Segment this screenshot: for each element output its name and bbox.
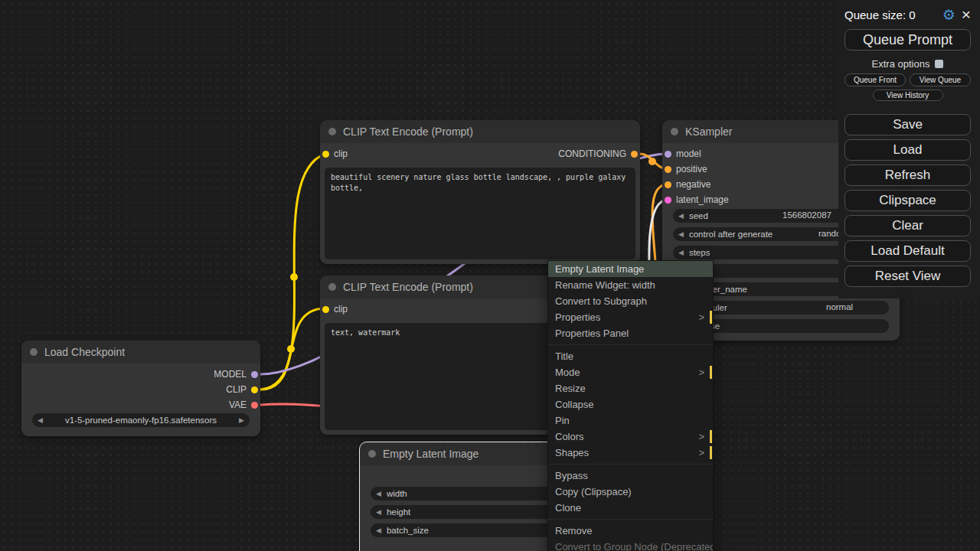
- output-slot-vae[interactable]: VAE: [229, 399, 258, 410]
- menu-item-bypass[interactable]: Bypass: [548, 468, 713, 484]
- menu-item-mode[interactable]: Mode >: [548, 364, 713, 380]
- queue-prompt-button[interactable]: Queue Prompt: [844, 29, 971, 51]
- increment-arrow-icon[interactable]: ▶: [239, 416, 244, 424]
- node-title: CLIP Text Encode (Prompt): [343, 126, 473, 138]
- decrement-arrow-icon[interactable]: ◀: [678, 249, 684, 256]
- ckpt-name-widget[interactable]: ◀ v1-5-pruned-emaonly-fp16.safetensors ▶: [32, 413, 250, 427]
- menu-item-title[interactable]: Title: [548, 348, 713, 364]
- menu-item-convert-to-group-node[interactable]: Convert to Group Node (Deprecated): [548, 539, 713, 551]
- vae-slot-icon[interactable]: [251, 402, 258, 409]
- menu-item-pin[interactable]: Pin: [548, 412, 713, 429]
- collapse-dot-icon[interactable]: [671, 128, 678, 135]
- model-slot-icon[interactable]: [665, 151, 671, 158]
- input-slot-clip[interactable]: clip: [322, 148, 348, 159]
- clip-slot-icon[interactable]: [322, 306, 329, 313]
- input-slot-model[interactable]: model: [665, 148, 701, 159]
- menu-item-remove[interactable]: Remove: [548, 523, 713, 539]
- conditioning-slot-icon[interactable]: [665, 166, 671, 173]
- slot-label: clip: [334, 304, 348, 315]
- input-slot-latent-image[interactable]: latent_image: [665, 194, 729, 205]
- menu-item-shapes[interactable]: Shapes >: [548, 445, 713, 461]
- view-history-button[interactable]: View History: [873, 90, 943, 101]
- view-queue-button[interactable]: View Queue: [910, 73, 971, 86]
- clip-slot-icon[interactable]: [322, 151, 329, 158]
- node-title: Load Checkpoint: [44, 346, 125, 358]
- link-dot-cond-1: [648, 158, 656, 165]
- model-slot-icon[interactable]: [251, 371, 258, 378]
- submenu-marker-icon: [710, 311, 712, 324]
- slot-label: VAE: [229, 399, 247, 410]
- menu-item-clone[interactable]: Clone: [548, 500, 713, 516]
- comfy-menu-panel: Queue size: 0 ⚙ × Queue Prompt Extra opt…: [838, 0, 980, 298]
- output-slot-model[interactable]: MODEL: [214, 369, 258, 380]
- submenu-arrow-icon: >: [698, 445, 704, 461]
- menu-item-copy-clipspace[interactable]: Copy (Clipspace): [548, 484, 713, 500]
- output-slot-conditioning[interactable]: CONDITIONING: [558, 148, 638, 159]
- clipspace-button[interactable]: Clipspace: [844, 190, 971, 211]
- node-load-checkpoint[interactable]: Load Checkpoint MODEL CLIP VAE ◀ v1-5-pr…: [21, 341, 260, 436]
- submenu-arrow-icon: >: [698, 309, 704, 325]
- menu-item-properties-panel[interactable]: Properties Panel: [548, 325, 713, 341]
- input-slot-negative[interactable]: negative: [665, 179, 710, 190]
- node-graph-canvas[interactable]: CLIP Text Encode (Prompt) clip CONDITION…: [0, 0, 980, 551]
- extra-options-label: Extra options: [872, 58, 930, 70]
- link-dot-clip-2: [287, 345, 295, 353]
- collapse-dot-icon[interactable]: [328, 128, 336, 135]
- wire-clip-negative: [260, 308, 325, 390]
- submenu-marker-icon: [710, 430, 712, 443]
- menu-item-rename-widget[interactable]: Rename Widget: width: [548, 277, 713, 293]
- menu-item-resize[interactable]: Resize: [548, 380, 713, 396]
- slot-label: CLIP: [226, 384, 247, 395]
- menu-item-collapse[interactable]: Collapse: [548, 396, 713, 412]
- save-button[interactable]: Save: [844, 114, 971, 135]
- slot-label: model: [676, 148, 701, 159]
- collapse-dot-icon[interactable]: [368, 450, 376, 458]
- extra-options-checkbox[interactable]: [935, 60, 943, 68]
- menu-item-properties[interactable]: Properties >: [548, 309, 713, 325]
- close-icon[interactable]: ×: [962, 8, 971, 21]
- collapse-dot-icon[interactable]: [30, 348, 38, 356]
- context-menu: Empty Latent Image Rename Widget: width …: [547, 260, 714, 551]
- settings-gear-icon[interactable]: ⚙: [942, 6, 956, 24]
- menu-separator: [548, 461, 713, 465]
- conditioning-slot-icon[interactable]: [631, 151, 638, 158]
- decrement-arrow-icon[interactable]: ◀: [38, 416, 43, 424]
- submenu-marker-icon: [710, 446, 712, 459]
- node-title-bar[interactable]: CLIP Text Encode (Prompt): [320, 120, 640, 143]
- node-title-bar[interactable]: Load Checkpoint: [21, 341, 260, 364]
- output-slot-clip[interactable]: CLIP: [226, 384, 258, 395]
- input-slot-positive[interactable]: positive: [665, 164, 707, 174]
- collapse-dot-icon[interactable]: [328, 283, 336, 291]
- submenu-marker-icon: [710, 366, 712, 379]
- menu-item-colors[interactable]: Colors >: [548, 429, 713, 445]
- decrement-arrow-icon[interactable]: ◀: [678, 212, 684, 220]
- prompt-textarea[interactable]: beautiful scenery nature glass bottle la…: [325, 168, 635, 259]
- refresh-button[interactable]: Refresh: [844, 165, 971, 186]
- load-button[interactable]: Load: [844, 139, 971, 161]
- load-default-button[interactable]: Load Default: [844, 240, 971, 262]
- latent-slot-icon[interactable]: [665, 197, 671, 204]
- decrement-arrow-icon[interactable]: ◀: [678, 230, 684, 238]
- decrement-arrow-icon[interactable]: ◀: [376, 527, 381, 534]
- node-clip-text-encode-positive[interactable]: CLIP Text Encode (Prompt) clip CONDITION…: [320, 120, 640, 264]
- menu-separator: [548, 516, 713, 520]
- context-menu-title[interactable]: Empty Latent Image: [548, 261, 713, 277]
- menu-item-convert-to-subgraph[interactable]: Convert to Subgraph: [548, 293, 713, 309]
- submenu-arrow-icon: >: [698, 429, 704, 445]
- decrement-arrow-icon[interactable]: ◀: [376, 490, 381, 497]
- queue-size-label: Queue size: 0: [844, 8, 936, 21]
- reset-view-button[interactable]: Reset View: [844, 266, 971, 287]
- conditioning-slot-icon[interactable]: [665, 181, 671, 188]
- slot-label: negative: [676, 179, 710, 190]
- slot-label: positive: [676, 164, 707, 174]
- slot-label: CONDITIONING: [558, 148, 626, 159]
- clip-slot-icon[interactable]: [251, 386, 258, 393]
- slot-label: MODEL: [214, 369, 247, 380]
- input-slot-clip[interactable]: clip: [322, 304, 348, 315]
- node-title: CLIP Text Encode (Prompt): [343, 281, 473, 293]
- clear-button[interactable]: Clear: [844, 215, 971, 236]
- slot-label: latent_image: [676, 194, 729, 205]
- queue-front-button[interactable]: Queue Front: [844, 73, 906, 86]
- menu-separator: [548, 341, 713, 345]
- decrement-arrow-icon[interactable]: ◀: [376, 508, 381, 516]
